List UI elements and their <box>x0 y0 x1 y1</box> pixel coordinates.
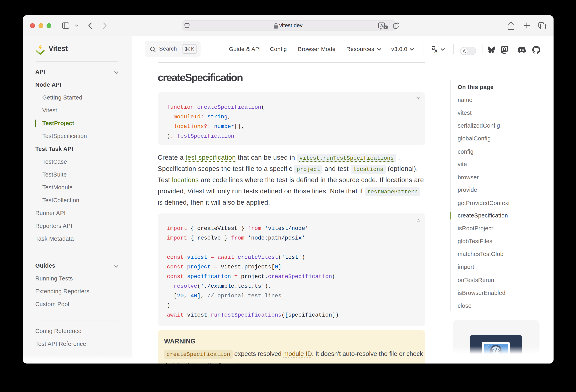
svg-text:A: A <box>380 23 383 28</box>
svg-text:x: x <box>385 25 387 29</box>
svg-text:A: A <box>434 49 437 53</box>
